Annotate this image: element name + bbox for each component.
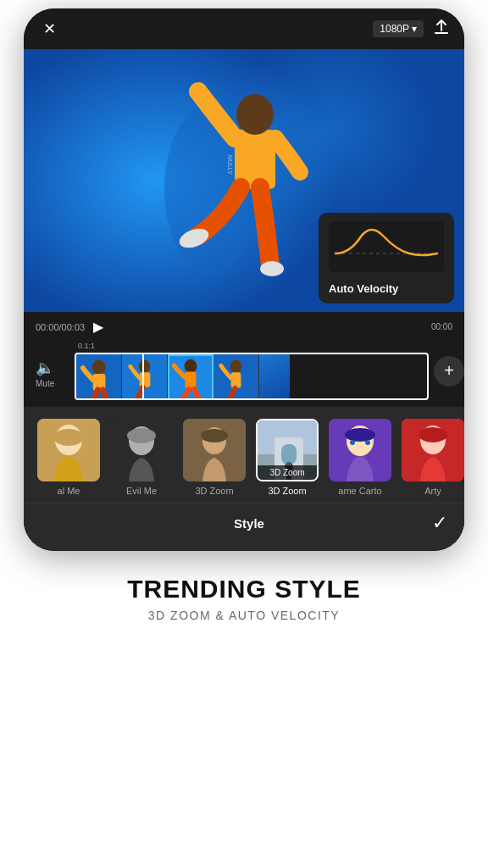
top-bar-right: 1080P ▾ bbox=[373, 18, 451, 41]
film-frame bbox=[122, 354, 168, 400]
styles-panel: al Me Evil Me bbox=[24, 407, 464, 551]
mute-button[interactable]: 🔈 Mute bbox=[36, 358, 54, 387]
style-thumb-3dzoom2 bbox=[183, 419, 246, 481]
svg-point-16 bbox=[185, 359, 197, 374]
close-button[interactable]: ✕ bbox=[37, 17, 61, 41]
svg-point-29 bbox=[201, 429, 228, 442]
resolution-badge[interactable]: 1080P ▾ bbox=[373, 20, 424, 37]
timeline-track[interactable]: 00:00 bbox=[112, 322, 452, 331]
film-strip-area: 🔈 Mute 0.1:1 bbox=[24, 338, 464, 407]
upload-button[interactable] bbox=[432, 18, 451, 41]
svg-point-40 bbox=[365, 440, 370, 445]
svg-rect-0 bbox=[435, 32, 448, 34]
svg-rect-33 bbox=[281, 444, 297, 465]
svg-point-38 bbox=[345, 428, 375, 442]
film-stamp: 0.1:1 bbox=[75, 342, 429, 350]
style-name-3dzoom2: 3D Zoom bbox=[195, 486, 233, 496]
style-thumb-3dzoom: 3D Zoom bbox=[256, 419, 319, 481]
svg-point-26 bbox=[127, 428, 156, 443]
add-clip-button[interactable]: + bbox=[434, 356, 464, 387]
style-thumb-evil-me bbox=[110, 419, 173, 481]
film-frame bbox=[168, 354, 214, 400]
top-bar: ✕ 1080P ▾ bbox=[24, 8, 464, 49]
svg-rect-20 bbox=[231, 372, 241, 388]
style-name-real-me: al Me bbox=[58, 486, 80, 496]
film-frame bbox=[214, 354, 259, 400]
style-thumb-real-me bbox=[37, 419, 100, 481]
svg-point-39 bbox=[350, 440, 355, 445]
styles-scroll: al Me Evil Me bbox=[24, 419, 464, 503]
mute-label: Mute bbox=[36, 378, 54, 387]
film-strip[interactable] bbox=[75, 353, 429, 400]
trending-title: TRENDING STYLE bbox=[17, 575, 471, 604]
style-item-3dzoom2[interactable]: 3D Zoom bbox=[183, 419, 246, 496]
style-thumb-anime-carto bbox=[329, 419, 391, 481]
svg-point-43 bbox=[419, 427, 447, 442]
style-item-3dzoom[interactable]: 3D Zoom 3D Zoom bbox=[256, 419, 319, 496]
play-button[interactable]: ▶ bbox=[93, 319, 103, 335]
selected-style-label: 3D Zoom bbox=[258, 465, 317, 480]
playhead bbox=[142, 353, 144, 400]
mute-icon: 🔈 bbox=[36, 358, 54, 376]
bottom-bar: Style ✓ bbox=[24, 503, 464, 542]
style-label: Style bbox=[66, 516, 432, 531]
trending-sub: 3D ZOOM & AUTO VELOCITY bbox=[17, 609, 471, 622]
timeline-bar: 00:00/00:03 ▶ 00:00 bbox=[24, 312, 464, 338]
time-display: 00:00/00:03 bbox=[36, 322, 85, 332]
resolution-arrow-icon: ▾ bbox=[412, 23, 417, 35]
style-name-arty: Arty bbox=[424, 486, 441, 496]
bottom-text: TRENDING STYLE 3D ZOOM & AUTO VELOCITY bbox=[0, 551, 488, 649]
style-name-anime-carto: ame Carto bbox=[338, 486, 381, 496]
page-wrapper: ✕ 1080P ▾ bbox=[0, 8, 488, 868]
velocity-graph bbox=[329, 221, 444, 272]
svg-rect-7 bbox=[329, 221, 444, 272]
auto-velocity-popup: Auto Velocity bbox=[319, 213, 454, 303]
svg-point-23 bbox=[53, 429, 84, 446]
svg-point-19 bbox=[230, 359, 242, 373]
resolution-label: 1080P bbox=[380, 23, 409, 35]
phone-shell: ✕ 1080P ▾ bbox=[24, 8, 464, 551]
svg-text:MULLY: MULLY bbox=[227, 155, 233, 175]
film-frame bbox=[259, 354, 290, 400]
style-name-3dzoom-selected: 3D Zoom bbox=[268, 486, 306, 496]
style-item-anime-carto[interactable]: ame Carto bbox=[329, 419, 391, 496]
timecode-display: 00:00 bbox=[112, 322, 452, 331]
video-preview: MULLY Auto Velocity bbox=[24, 49, 464, 312]
confirm-button[interactable]: ✓ bbox=[432, 512, 447, 534]
svg-point-13 bbox=[139, 359, 151, 373]
auto-velocity-label: Auto Velocity bbox=[329, 282, 444, 295]
style-item-real-me[interactable]: al Me bbox=[37, 419, 100, 496]
svg-point-5 bbox=[260, 261, 284, 276]
svg-point-3 bbox=[236, 94, 274, 135]
style-item-evil-me[interactable]: Evil Me bbox=[110, 419, 173, 496]
style-item-arty[interactable]: Arty bbox=[402, 419, 464, 496]
film-frame bbox=[76, 354, 122, 400]
style-name-evil-me: Evil Me bbox=[126, 486, 157, 496]
svg-rect-14 bbox=[140, 372, 151, 387]
svg-point-10 bbox=[92, 359, 106, 375]
style-thumb-arty bbox=[402, 419, 464, 481]
